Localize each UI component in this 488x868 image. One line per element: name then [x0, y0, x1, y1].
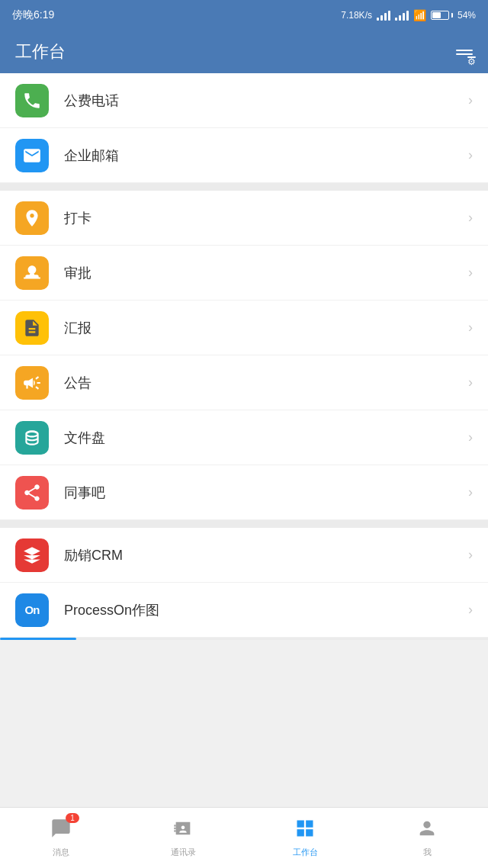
nav-item-contacts[interactable]: 通讯录 — [122, 818, 244, 858]
item-label-qiye-youxiang: 企业邮箱 — [64, 146, 468, 165]
nav-label-messages: 消息 — [53, 847, 69, 858]
chevron-icon: › — [468, 375, 473, 391]
section-office: 打卡 › 审批 › 汇报 › — [0, 191, 488, 520]
network-speed: 7.18K/s — [341, 10, 372, 21]
item-label-huibao: 汇报 — [64, 319, 468, 337]
item-label-shenpi: 审批 — [64, 264, 468, 282]
list-item-processon[interactable]: On ProcessOn作图 › — [0, 583, 488, 638]
icon-stamp — [15, 256, 49, 290]
chevron-icon: › — [468, 265, 473, 281]
status-bar: 傍晚6:19 7.18K/s 📶 54% — [0, 0, 488, 31]
list-item-tongshi-ba[interactable]: 同事吧 › — [0, 465, 488, 520]
chevron-icon: › — [468, 547, 473, 563]
battery-icon — [431, 11, 453, 20]
chevron-icon: › — [468, 429, 473, 445]
messages-icon: 1 — [50, 818, 72, 844]
icon-database — [15, 421, 49, 455]
status-right: 7.18K/s 📶 54% — [341, 9, 476, 21]
icon-email — [15, 139, 49, 172]
status-time: 傍晚6:19 — [12, 8, 54, 22]
section-apps: 励销CRM › On ProcessOn作图 › — [0, 528, 488, 638]
item-label-processon: ProcessOn作图 — [64, 601, 468, 619]
list-item-shenpi[interactable]: 审批 › — [0, 246, 488, 301]
nav-item-messages[interactable]: 1 消息 — [0, 818, 122, 858]
chevron-icon: › — [468, 602, 473, 618]
section-divider-2 — [0, 520, 488, 528]
page-title: 工作台 — [15, 40, 66, 63]
item-label-tongshi-ba: 同事吧 — [64, 484, 468, 502]
list-item-daka[interactable]: 打卡 › — [0, 191, 488, 246]
scroll-indicator-bar — [0, 638, 76, 640]
item-label-gongfei-dianhua: 公费电话 — [64, 92, 468, 110]
chevron-icon: › — [468, 484, 473, 500]
icon-megaphone — [15, 366, 49, 400]
scroll-indicator — [0, 638, 488, 640]
signal-icon-2 — [395, 10, 409, 21]
wifi-icon: 📶 — [413, 9, 426, 21]
list-item-gonggao[interactable]: 公告 › — [0, 355, 488, 410]
section-communication: 公费电话 › 企业邮箱 › — [0, 73, 488, 183]
menu-line-1 — [456, 50, 473, 51]
nav-label-me: 我 — [423, 847, 432, 858]
battery-percent: 54% — [458, 10, 476, 21]
chevron-icon: › — [468, 147, 473, 163]
item-label-gonggao: 公告 — [64, 374, 468, 392]
header: 工作台 ⚙ — [0, 31, 488, 73]
list-item-qiye-youxiang[interactable]: 企业邮箱 › — [0, 128, 488, 183]
icon-processon: On — [15, 593, 49, 627]
icon-location — [15, 201, 49, 235]
menu-settings-button[interactable]: ⚙ — [456, 50, 473, 55]
svg-rect-0 — [174, 825, 175, 826]
icon-share — [15, 476, 49, 510]
list-item-gongfei-dianhua[interactable]: 公费电话 › — [0, 73, 488, 128]
item-label-daka: 打卡 — [64, 209, 468, 227]
item-label-wenjian-pan: 文件盘 — [64, 429, 468, 447]
me-icon — [416, 818, 438, 844]
menu-line-2 — [456, 53, 473, 55]
icon-phone — [15, 84, 49, 117]
list-item-wenjian-pan[interactable]: 文件盘 › — [0, 410, 488, 465]
icon-report — [15, 311, 49, 345]
nav-item-workbench[interactable]: 工作台 — [244, 818, 366, 858]
section-divider-1 — [0, 183, 488, 191]
gear-icon: ⚙ — [467, 56, 476, 58]
item-label-lixiao-crm: 励销CRM — [64, 546, 468, 564]
svg-rect-2 — [174, 830, 175, 831]
chevron-icon: › — [468, 320, 473, 336]
bottom-nav: 1 消息 通讯录 工作台 我 — [0, 807, 488, 868]
nav-item-me[interactable]: 我 — [366, 818, 488, 858]
messages-badge: 1 — [66, 813, 79, 823]
svg-rect-1 — [174, 828, 175, 829]
contacts-icon — [172, 818, 194, 844]
scroll-area: 公费电话 › 企业邮箱 › 打卡 › — [0, 73, 488, 701]
list-item-huibao[interactable]: 汇报 › — [0, 301, 488, 355]
chevron-icon: › — [468, 92, 473, 108]
chevron-icon: › — [468, 210, 473, 226]
signal-icon — [377, 10, 390, 21]
workbench-icon — [294, 818, 316, 844]
nav-label-workbench: 工作台 — [293, 847, 318, 858]
list-item-lixiao-crm[interactable]: 励销CRM › — [0, 528, 488, 583]
icon-crm — [15, 538, 49, 572]
nav-label-contacts: 通讯录 — [171, 847, 196, 858]
